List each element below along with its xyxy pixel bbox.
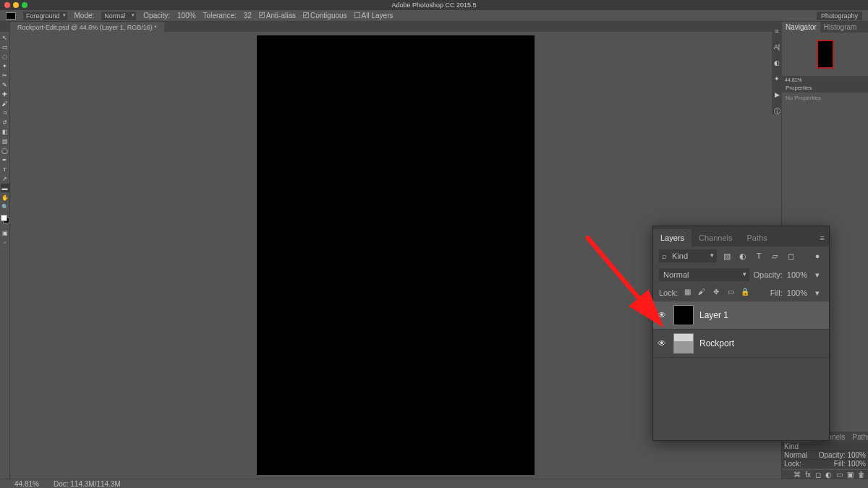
info-panel-icon[interactable]: ⓘ bbox=[773, 107, 780, 114]
collapsed-panel-strip: ≡ A| ◐ ✦ ▶ ⓘ bbox=[772, 22, 782, 114]
quick-select-tool[interactable]: ✦ bbox=[1, 61, 9, 70]
doc-size[interactable]: Doc: 114.3M/114.3M bbox=[54, 480, 121, 488]
stamp-tool[interactable]: ⌑ bbox=[1, 108, 9, 117]
filter-shape-icon[interactable]: ▱ bbox=[769, 250, 780, 262]
tool-preset-swatch[interactable] bbox=[6, 12, 16, 20]
lock-pixels-icon[interactable]: 🖌 bbox=[697, 288, 707, 298]
filter-type-icon[interactable]: T bbox=[753, 250, 765, 262]
lock-artboard-icon[interactable]: ▭ bbox=[726, 288, 736, 298]
zoom-tool[interactable]: 🔍 bbox=[1, 202, 9, 211]
adjustment-layer-icon[interactable]: ◐ bbox=[825, 471, 832, 479]
new-layer-icon[interactable]: ▣ bbox=[847, 471, 854, 479]
fill-label: Fill: bbox=[770, 288, 783, 297]
document-canvas[interactable] bbox=[257, 35, 535, 475]
lock-position-icon[interactable]: ✥ bbox=[711, 288, 721, 298]
filter-toggle-icon[interactable]: ● bbox=[812, 250, 823, 262]
opacity-value[interactable]: 100% bbox=[787, 270, 807, 279]
mini-tab-paths[interactable]: Paths bbox=[848, 432, 868, 442]
all-layers-checkbox[interactable]: All Layers bbox=[354, 12, 393, 20]
paint-bucket-tool[interactable]: ▬ bbox=[1, 184, 9, 192]
mini-kind-filter[interactable]: Kind bbox=[784, 442, 799, 450]
blend-mode-dropdown[interactable]: Normal bbox=[101, 12, 136, 20]
tab-navigator[interactable]: Navigator bbox=[782, 22, 820, 33]
document-tab-bar: Rockport-Edit.psd @ 44.8% (Layer 1, RGB/… bbox=[0, 22, 868, 32]
tab-layers[interactable]: Layers bbox=[653, 229, 692, 247]
anti-alias-checkbox[interactable]: Anti-alias bbox=[259, 12, 296, 20]
styles-panel-icon[interactable]: ✦ bbox=[773, 75, 780, 82]
mini-fill-label: Fill: bbox=[834, 460, 846, 468]
dodge-tool[interactable]: ◯ bbox=[1, 146, 9, 155]
fill-source-dropdown[interactable]: Foreground bbox=[23, 12, 67, 20]
brushes-panel-icon[interactable]: ▶ bbox=[773, 91, 780, 98]
lock-transparency-icon[interactable]: ▦ bbox=[682, 288, 692, 298]
layer-thumbnail[interactable] bbox=[673, 305, 694, 325]
group-icon[interactable]: ▭ bbox=[836, 471, 843, 479]
navigator-zoom[interactable]: 44.81% bbox=[782, 76, 868, 83]
pen-tool[interactable]: ✒ bbox=[1, 155, 9, 164]
history-brush-tool[interactable]: ↺ bbox=[1, 118, 9, 127]
eraser-tool[interactable]: ◧ bbox=[1, 127, 9, 136]
close-window-button[interactable] bbox=[4, 2, 10, 8]
screen-mode-toggle[interactable]: ▫ bbox=[1, 238, 9, 247]
mode-label: Mode: bbox=[75, 12, 95, 20]
workspace-switcher[interactable]: Photography bbox=[817, 12, 862, 20]
panel-menu-icon[interactable]: ≡ bbox=[816, 229, 829, 247]
tab-channels[interactable]: Channels bbox=[692, 229, 739, 247]
adjustments-panel-icon[interactable]: ◐ bbox=[773, 59, 780, 67]
opacity-dropdown-icon[interactable]: ▾ bbox=[812, 269, 823, 281]
type-tool[interactable]: T bbox=[1, 165, 9, 174]
brush-tool[interactable]: 🖌 bbox=[1, 99, 9, 108]
layer-name[interactable]: Rockport bbox=[699, 338, 734, 348]
minimize-window-button[interactable] bbox=[13, 2, 19, 8]
contiguous-checkbox[interactable]: Contiguous bbox=[303, 12, 347, 20]
healing-tool[interactable]: ✚ bbox=[1, 90, 9, 98]
marquee-tool[interactable]: ▭ bbox=[1, 43, 9, 51]
zoom-level[interactable]: 44.81% bbox=[14, 480, 39, 488]
tab-paths[interactable]: Paths bbox=[740, 229, 775, 247]
opacity-value[interactable]: 100% bbox=[177, 12, 196, 20]
foreground-color-swatch[interactable] bbox=[1, 215, 7, 221]
document-tab[interactable]: Rockport-Edit.psd @ 44.8% (Layer 1, RGB/… bbox=[10, 22, 164, 32]
layer-name[interactable]: Layer 1 bbox=[699, 310, 728, 320]
blend-mode-dropdown[interactable]: Normal bbox=[659, 268, 749, 281]
fill-dropdown-icon[interactable]: ▾ bbox=[812, 287, 823, 299]
tolerance-value[interactable]: 32 bbox=[244, 12, 252, 20]
crop-tool[interactable]: ✂ bbox=[1, 71, 9, 80]
eyedropper-tool[interactable]: ✎ bbox=[1, 80, 9, 89]
window-controls bbox=[0, 2, 27, 8]
navigator-preview[interactable] bbox=[782, 33, 868, 76]
layer-row[interactable]: 👁 Rockport bbox=[653, 330, 829, 358]
mini-blend-mode[interactable]: Normal bbox=[784, 451, 807, 459]
delete-layer-icon[interactable]: 🗑 bbox=[858, 471, 865, 479]
layer-mask-icon[interactable]: ◻ bbox=[815, 471, 821, 479]
path-select-tool[interactable]: ↗ bbox=[1, 174, 9, 183]
mini-fill-value[interactable]: 100% bbox=[847, 460, 866, 468]
layers-panel: Layers Channels Paths ≡ Kind ▧ ◐ T ▱ ◻ ●… bbox=[652, 226, 830, 441]
visibility-toggle-icon[interactable]: 👁 bbox=[658, 338, 668, 348]
history-panel-icon[interactable]: ≡ bbox=[773, 27, 780, 35]
gradient-tool[interactable]: ▤ bbox=[1, 137, 9, 145]
filter-pixel-icon[interactable]: ▧ bbox=[721, 250, 733, 262]
actions-panel-icon[interactable]: A| bbox=[773, 43, 780, 51]
fill-value[interactable]: 100% bbox=[787, 288, 807, 297]
layer-filter-kind[interactable]: Kind bbox=[659, 249, 717, 262]
link-layers-icon[interactable]: ⌘ bbox=[793, 471, 801, 479]
status-bar: 44.81% Doc: 114.3M/114.3M bbox=[0, 479, 868, 488]
move-tool[interactable]: ↖ bbox=[1, 33, 9, 42]
tab-properties[interactable]: Properties bbox=[782, 83, 868, 93]
layer-style-icon[interactable]: fx bbox=[805, 471, 811, 479]
quick-mask-toggle[interactable]: ▣ bbox=[1, 228, 9, 237]
hand-tool[interactable]: ✋ bbox=[1, 193, 9, 202]
lock-all-icon[interactable]: 🔒 bbox=[740, 288, 750, 298]
tab-histogram[interactable]: Histogram bbox=[820, 22, 861, 33]
visibility-toggle-icon[interactable]: 👁 bbox=[658, 310, 668, 320]
filter-smart-icon[interactable]: ◻ bbox=[785, 250, 796, 262]
opacity-label: Opacity: bbox=[754, 270, 783, 279]
maximize-window-button[interactable] bbox=[22, 2, 27, 8]
lasso-tool[interactable]: ◌ bbox=[1, 52, 9, 61]
color-swatches[interactable] bbox=[1, 215, 9, 223]
layer-row[interactable]: 👁 Layer 1 bbox=[653, 301, 829, 330]
layer-thumbnail[interactable] bbox=[673, 333, 694, 354]
filter-adjust-icon[interactable]: ◐ bbox=[737, 250, 749, 262]
mini-opacity-value[interactable]: 100% bbox=[847, 451, 866, 459]
